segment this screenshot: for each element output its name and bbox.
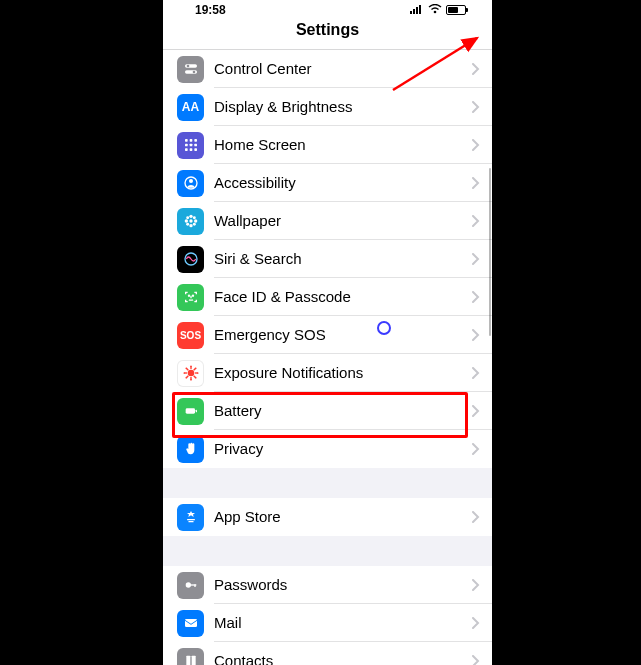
wifi-icon [428, 4, 442, 16]
svg-rect-49 [185, 408, 194, 413]
row-contacts[interactable]: Contacts [163, 642, 492, 665]
row-label: Accessibility [214, 164, 472, 202]
svg-point-43 [183, 372, 185, 374]
row-mail[interactable]: Mail [163, 604, 492, 642]
status-time: 19:58 [195, 3, 226, 17]
svg-point-51 [185, 582, 190, 587]
svg-rect-1 [413, 9, 415, 14]
svg-point-32 [187, 370, 194, 377]
row-label: Home Screen [214, 126, 472, 164]
svg-point-23 [184, 219, 187, 222]
svg-rect-17 [194, 148, 197, 151]
chevron-right-icon [472, 443, 492, 455]
row-app-store[interactable]: App Store [163, 498, 492, 536]
svg-point-4 [434, 11, 437, 14]
group-separator [163, 536, 492, 566]
row-control-center[interactable]: Control Center [163, 50, 492, 88]
settings-list[interactable]: Control CenterAADisplay & BrightnessHome… [163, 50, 492, 665]
svg-rect-0 [410, 11, 412, 14]
svg-rect-14 [194, 144, 197, 147]
mail-icon [177, 610, 204, 637]
app-store-icon [177, 504, 204, 531]
svg-point-28 [192, 223, 195, 226]
row-label: Mail [214, 604, 472, 642]
svg-point-27 [186, 223, 189, 226]
row-label: Battery [214, 392, 472, 430]
row-label: Face ID & Passcode [214, 278, 472, 316]
svg-point-45 [185, 367, 187, 369]
chevron-right-icon [472, 579, 492, 591]
chevron-right-icon [472, 139, 492, 151]
row-exposure-notifications[interactable]: Exposure Notifications [163, 354, 492, 392]
svg-rect-11 [194, 139, 197, 142]
svg-point-46 [194, 377, 196, 379]
exposure-notifications-icon [177, 360, 204, 387]
svg-point-19 [189, 179, 193, 183]
svg-point-48 [194, 367, 196, 369]
settings-group: App Store [163, 498, 492, 536]
row-emergency-sos[interactable]: SOSEmergency SOS [163, 316, 492, 354]
row-label: Privacy [214, 430, 472, 468]
chevron-right-icon [472, 405, 492, 417]
row-label: Display & Brightness [214, 88, 472, 126]
svg-rect-13 [189, 144, 192, 147]
wallpaper-icon [177, 208, 204, 235]
svg-point-47 [185, 377, 187, 379]
row-battery[interactable]: Battery [163, 392, 492, 430]
row-passwords[interactable]: Passwords [163, 566, 492, 604]
svg-rect-15 [185, 148, 188, 151]
settings-group: PasswordsMailContacts [163, 566, 492, 665]
passwords-icon [177, 572, 204, 599]
svg-rect-12 [185, 144, 188, 147]
home-screen-icon [177, 132, 204, 159]
chevron-right-icon [472, 367, 492, 379]
row-accessibility[interactable]: Accessibility [163, 164, 492, 202]
svg-point-22 [189, 224, 192, 227]
chevron-right-icon [472, 101, 492, 113]
chevron-right-icon [472, 617, 492, 629]
battery-icon [446, 5, 466, 15]
siri-search-icon [177, 246, 204, 273]
svg-point-6 [186, 65, 189, 68]
row-label: Emergency SOS [214, 316, 472, 354]
svg-point-20 [189, 219, 192, 222]
battery-icon [177, 398, 204, 425]
svg-rect-10 [189, 139, 192, 142]
row-label: App Store [214, 498, 472, 536]
svg-point-41 [190, 365, 192, 367]
row-face-id-passcode[interactable]: Face ID & Passcode [163, 278, 492, 316]
group-separator [163, 468, 492, 498]
row-label: Siri & Search [214, 240, 472, 278]
scrollbar[interactable] [489, 168, 491, 336]
svg-rect-9 [185, 139, 188, 142]
row-label: Control Center [214, 50, 472, 88]
svg-rect-55 [186, 656, 190, 665]
svg-point-24 [194, 219, 197, 222]
accessibility-icon [177, 170, 204, 197]
face-id-passcode-icon [177, 284, 204, 311]
status-indicators [410, 4, 466, 16]
cellular-icon [410, 4, 424, 16]
row-label: Passwords [214, 566, 472, 604]
row-label: Contacts [214, 642, 472, 665]
page-title: Settings [163, 20, 492, 50]
phone-frame: 19:58 Settings Control CenterAADisplay &… [163, 0, 492, 665]
svg-rect-3 [419, 5, 421, 14]
svg-rect-53 [194, 584, 195, 587]
settings-group: Control CenterAADisplay & BrightnessHome… [163, 50, 492, 468]
row-wallpaper[interactable]: Wallpaper [163, 202, 492, 240]
row-privacy[interactable]: Privacy [163, 430, 492, 468]
svg-rect-2 [416, 7, 418, 14]
svg-point-26 [192, 216, 195, 219]
chevron-right-icon [472, 655, 492, 665]
svg-point-44 [196, 372, 198, 374]
svg-rect-16 [189, 148, 192, 151]
row-label: Exposure Notifications [214, 354, 472, 392]
svg-rect-54 [185, 619, 197, 627]
svg-point-8 [192, 71, 195, 74]
row-display-brightness[interactable]: AADisplay & Brightness [163, 88, 492, 126]
row-home-screen[interactable]: Home Screen [163, 126, 492, 164]
row-siri-search[interactable]: Siri & Search [163, 240, 492, 278]
contacts-icon [177, 648, 204, 666]
svg-point-31 [192, 295, 193, 296]
